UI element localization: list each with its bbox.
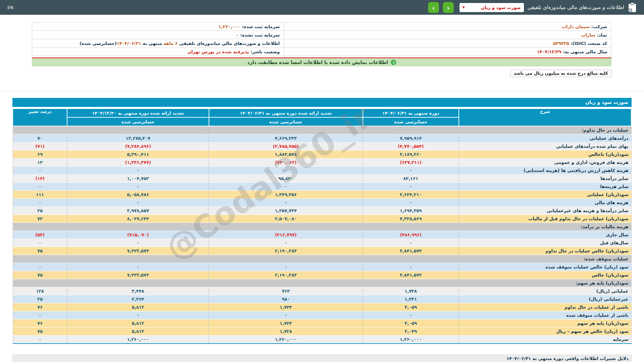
change-percent-cell: (۱۴): [13, 175, 67, 183]
clipboard-check-icon: [628, 2, 637, 12]
empty-cell: [67, 126, 209, 134]
row-label-cell: سایر هزینه‌ها: [459, 183, 631, 191]
change-percent-cell: ۰: [13, 167, 67, 175]
company-info-row: شرکت: سیمان دارابسرمایه ثبت شده: ۱,۲۶۰,۰…: [32, 22, 611, 31]
value-cell: ۲,۳۶۴: [67, 295, 209, 303]
value-cell: ۳,۸۴۱,۵۷۳: [363, 247, 459, 255]
value-cell: ۲,۱۹۰,۲۸۳: [209, 247, 363, 255]
row-label-cell: غیرعملیاتی (ریال): [459, 295, 631, 303]
value-cell: ۵,۸۱۲: [67, 327, 209, 336]
top-navigation-bar: اطلاعات و صورت‌های مالی میاندوره‌ای تلفی…: [0, 0, 644, 15]
table-row: هزینه های مالی۰۰۰۰: [13, 199, 631, 207]
changes-reasons-section-header: دلایل تغییرات اطلاعات واقعی دوره منتهی ب…: [12, 355, 632, 362]
empty-cell: [363, 279, 459, 287]
row-label-cell: سود (زیان) خالص عملیات متوقف شده: [459, 263, 631, 271]
change-percent-cell: ۷۶: [13, 319, 67, 327]
row-label-cell: سایر درآمدها و هزینه های غیرعملیاتی: [459, 207, 631, 215]
value-cell: ۰: [363, 167, 459, 175]
info-label: کد صنعت (ISIC):: [569, 41, 607, 46]
table-row: سود(زیان) عملیات در حال تداوم قبل از مال…: [13, 215, 631, 223]
company-info-table: شرکت: سیمان دارابسرمایه ثبت شده: ۱,۲۶۰,۰…: [32, 22, 611, 56]
value-cell: ۱۲,۶۷۵,۳۰۷: [67, 134, 209, 142]
value-cell: ۹۵,۸۴۰: [209, 175, 363, 183]
value-cell: ۵,۳۹۰,۴۱۱: [67, 150, 209, 159]
value-cell: ۴,۳۲۸,۵۶۹: [363, 215, 459, 223]
company-info-cell-right: نماد: ساراب: [284, 31, 611, 39]
language-toggle[interactable]: EN: [7, 5, 13, 10]
table-row: ناشی از عملیات متوقف شده۰۰۰۰: [13, 311, 631, 319]
value-cell: ۰: [209, 199, 363, 207]
table-row: بهای تمام شده درآمدهای عملیاتی(۴,۷۷۰,۵۵۴…: [13, 142, 631, 150]
change-percent-cell: ۳۵: [13, 207, 67, 215]
empty-cell: [209, 255, 363, 263]
topbar-right-group: اطلاعات و صورت‌های مالی میاندوره‌ای تلفی…: [428, 2, 637, 13]
value-cell: ۰: [363, 183, 459, 191]
change-percent-cell: ۱۱۱: [13, 191, 67, 199]
value-cell: ۲,۶۳۴,۲۱۰: [363, 191, 459, 199]
change-percent-cell: ۱۳: [13, 159, 67, 167]
change-percent-cell: ۰: [13, 183, 67, 191]
statement-type-select[interactable]: صورت سود و زیان ▼: [460, 3, 524, 12]
section-label-cell: سود(زیان) پایه هر سهم:: [459, 279, 631, 287]
empty-cell: [363, 255, 459, 263]
page-divider: [0, 91, 644, 92]
company-info-row: سال مالی منتهی به: ۱۴۰۴/۱۲/۲۹وضعیت ناشر:…: [32, 48, 611, 56]
chevron-down-icon: ▼: [463, 6, 465, 9]
row-label-cell: سال‌های قبل: [459, 239, 631, 247]
info-value: سیمان داراب: [562, 24, 590, 29]
value-cell: ۳,۰۵۹: [363, 303, 459, 311]
info-value: ۱۴۰۴/۱۲/۲۹: [537, 49, 561, 54]
value-cell: ۲,۵۰۷,۰۸۰: [209, 215, 363, 223]
row-label-cell: سود(زیان) عملیات در حال تداوم قبل از مال…: [459, 215, 631, 223]
info-label: نماد:: [595, 33, 607, 38]
value-cell: ۱,۷۴۳: [209, 303, 363, 311]
table-row: سود (زیان) خالص عملیات متوقف شده۰۰۰۰: [13, 263, 631, 271]
value-cell: ۹۸۰: [209, 295, 363, 303]
value-cell: ۲,۱۹۰,۲۸۳: [209, 271, 363, 279]
value-cell: ۰: [209, 311, 363, 319]
section-row: سود(زیان) پایه هر سهم:: [13, 279, 631, 287]
value-cell: (۳۱۶,۷۹۷): [209, 231, 363, 239]
value-cell: ۱,۳۲۱: [363, 295, 459, 303]
value-cell: ۱,۷۴۳: [209, 319, 363, 327]
row-label-cell: هزینه کاهش ارزش دریافتنی ها (هزینه استثن…: [459, 167, 631, 175]
value-cell: ۰: [209, 239, 363, 247]
empty-cell: [13, 126, 67, 134]
value-cell: ۰: [363, 311, 459, 319]
value-cell: ۰: [363, 239, 459, 247]
prev-statement-button[interactable]: ‹: [428, 2, 439, 13]
value-cell: ۷,۳۲۲,۵۷۳: [67, 247, 209, 255]
info-text-segment: ۱۴۰۴/۰۶/۳۱: [117, 41, 141, 46]
empty-cell: [209, 223, 363, 231]
company-info-cell-left: سرمایه ثبت نشده: ۰: [32, 31, 284, 39]
row-label-cell: هزینه های فروش، اداری و عمومی: [459, 159, 631, 167]
change-percent-cell: ۰: [13, 199, 67, 207]
row-label-cell: عملیاتی (ریال): [459, 287, 631, 295]
section-row: عملیات در حال تداوم:: [13, 126, 631, 134]
change-percent-cell: ۶۹: [13, 150, 67, 159]
page-title: اطلاعات و صورت‌های مالی میاندوره‌ای تلفی…: [528, 4, 624, 10]
table-row: سود (زیان) خالص هر سهم – ریال۳,۰۴۹۱,۷۳۸۵…: [13, 327, 631, 336]
value-cell: ۰: [67, 167, 209, 175]
row-label-cell: سود(زیان) عملیاتی: [459, 191, 631, 199]
value-cell: ۱,۸۸۳,۵۷۸: [209, 150, 363, 159]
table-row: سود(زیان) خالص۳,۸۴۱,۵۷۳۲,۱۹۰,۲۸۳۷,۳۲۲,۵۷…: [13, 271, 631, 279]
section-row: هزینه مالیات بر درآمد:: [13, 223, 631, 231]
column-header-period-1403-06-31: تجدید ارائه شده دوره منتهی به ۱۴۰۳/۰۶/۳۱: [209, 109, 363, 117]
empty-cell: [67, 279, 209, 287]
company-info-row: کد صنعت (ISIC): ۵۳۹۴۳۵اطلاعات و صورت‌های…: [32, 39, 611, 48]
value-cell: ۳,۴۴۸: [67, 287, 209, 295]
value-cell: ۰: [363, 199, 459, 207]
row-label-cell: هزینه های مالی: [459, 199, 631, 207]
info-value: ۱,۲۶۰,۰۰۰: [218, 24, 240, 29]
value-cell: ۱,۰۰۴,۷۵۲: [67, 175, 209, 183]
value-cell: ۷,۳۲۲,۵۷۳: [67, 271, 209, 279]
next-statement-button[interactable]: ›: [443, 2, 454, 13]
company-info-row: نماد: سارابسرمایه ثبت نشده: ۰: [32, 31, 611, 39]
empty-cell: [363, 223, 459, 231]
table-row: سود(زیان) خالص عملیات در حال تداوم۳,۸۴۱,…: [13, 247, 631, 255]
value-cell: (۲,۷۸۵,۷۵۵): [209, 142, 363, 150]
table-row: هزینه های فروش، اداری و عمومی(۶۳۷,۳۱۱)(۷…: [13, 159, 631, 167]
info-text-segment: (حسابرسی شده): [79, 41, 117, 46]
empty-cell: [209, 126, 363, 134]
